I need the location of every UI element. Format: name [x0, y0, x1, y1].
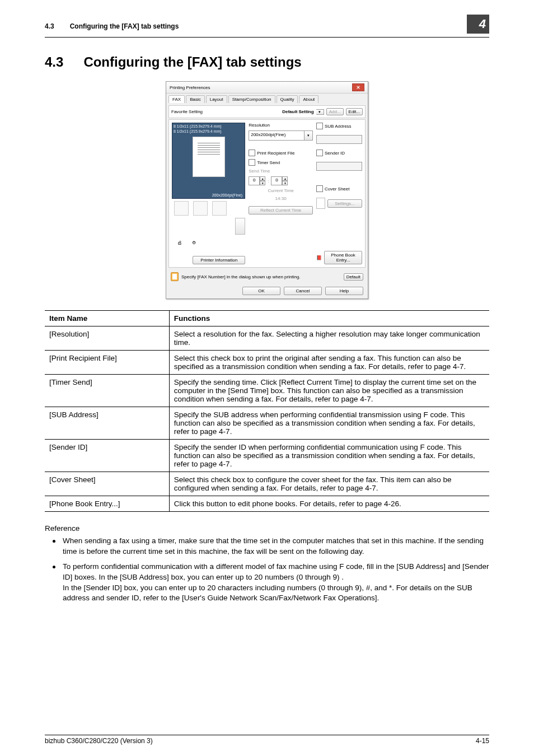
view-icon-2[interactable] [193, 201, 208, 216]
table-row: [SUB Address]Specify the SUB address whe… [45, 407, 489, 440]
close-icon[interactable] [352, 83, 364, 91]
table-row: [Timer Send]Specify the sending time. Cl… [45, 375, 489, 407]
view-icon-1[interactable] [174, 201, 189, 216]
printer-icon: 🖨 [177, 240, 188, 250]
print-recipient-checkbox[interactable]: Print Recipient File [249, 150, 313, 156]
paper-icon [193, 137, 225, 177]
dialog-note-text: Specify [FAX Number] in the dialog shown… [181, 274, 341, 279]
help-button[interactable]: Help [325, 287, 363, 295]
table-row: [Phone Book Entry...]Click this button t… [45, 496, 489, 512]
phone-book-entry-button[interactable]: Phone Book Entry... [324, 251, 362, 264]
preview-mode: 200x200dpi(Fine) [212, 193, 242, 197]
tab-fax[interactable]: FAX [168, 95, 185, 103]
table-row: [Cover Sheet]Select this check box to co… [45, 472, 489, 496]
tab-quality[interactable]: Quality [277, 95, 298, 103]
tab-about[interactable]: About [299, 95, 318, 103]
edit-button[interactable]: Edit... [346, 108, 363, 115]
current-time-value: 14:30 [249, 196, 313, 201]
note-icon [171, 272, 179, 281]
resolution-label: Resolution [249, 123, 313, 128]
resolution-value: 200x200dpi(Fine) [249, 130, 305, 141]
book-icon: 📕 [316, 255, 322, 260]
section-title: Configuring the [FAX] tab settings [83, 54, 301, 70]
reference-section: Reference When sending a fax using a tim… [45, 524, 489, 604]
page-header: 4.3 Configuring the [FAX] tab settings 4 [45, 17, 489, 38]
tab-strip: FAX Basic Layout Stamp/Composition Quali… [166, 94, 368, 103]
default-setting-label: Default Setting [282, 109, 313, 114]
send-time-label: Send Time [249, 169, 313, 174]
item-name: [Resolution] [45, 326, 169, 351]
send-time-hh[interactable]: 0 ▲▼ [249, 176, 265, 185]
header-section-number: 4.3 [45, 22, 54, 30]
cover-sheet-checkbox[interactable]: Cover Sheet [316, 185, 362, 192]
ok-button[interactable]: OK [242, 287, 280, 295]
item-function: Select this check box to configure the c… [169, 472, 489, 496]
item-name: [Sender ID] [45, 440, 169, 472]
current-time-label: Current Time [249, 188, 313, 193]
sub-address-checkbox[interactable]: SUB Address [316, 123, 362, 129]
functions-table: Item Name Functions [Resolution]Select a… [45, 310, 489, 512]
cancel-button[interactable]: Cancel [284, 287, 322, 295]
gear-icon: ⚙ [192, 240, 202, 250]
default-button[interactable]: Default [344, 273, 363, 281]
cover-sheet-label: Cover Sheet [325, 186, 349, 192]
printer-information-button[interactable]: Printer Information [193, 256, 245, 264]
sender-id-checkbox[interactable]: Sender ID [316, 150, 362, 156]
view-icon-3[interactable] [212, 201, 227, 216]
item-name: [Phone Book Entry...] [45, 496, 169, 512]
cover-sheet-settings-button[interactable]: Settings... [327, 199, 362, 208]
item-name: [Print Recipient File] [45, 351, 169, 375]
print-recipient-label: Print Recipient File [257, 151, 294, 156]
up-icon[interactable]: ▲ [282, 176, 288, 181]
tab-layout[interactable]: Layout [206, 95, 227, 103]
timer-send-checkbox[interactable]: Timer Send [249, 159, 313, 166]
printing-preferences-dialog: Printing Preferences FAX Basic Layout St… [166, 81, 368, 299]
page-preview: 8 1/2x11 (215.9x279.4 mm) 8 1/2x11 (215.… [172, 123, 245, 199]
reference-title: Reference [45, 524, 489, 533]
reference-item: When sending a fax using a timer, make s… [45, 536, 489, 557]
send-time-mm-value: 0 [271, 176, 282, 185]
sender-id-field[interactable] [316, 162, 362, 171]
cover-sheet-icon [316, 198, 325, 209]
favorite-setting-label: Favorite Setting [171, 109, 203, 114]
up-icon[interactable]: ▲ [260, 176, 265, 181]
sub-address-field[interactable] [316, 135, 362, 144]
chevron-down-icon[interactable]: ▾ [305, 130, 313, 141]
table-row: [Sender ID]Specify the sender ID when pe… [45, 440, 489, 472]
tab-basic[interactable]: Basic [186, 95, 205, 103]
table-row: [Print Recipient File]Select this check … [45, 351, 489, 375]
reflect-current-time-button[interactable]: Reflect Current Time [249, 206, 313, 214]
tab-stamp[interactable]: Stamp/Composition [228, 95, 275, 103]
item-name: [Cover Sheet] [45, 472, 169, 496]
item-name: [SUB Address] [45, 407, 169, 440]
sub-address-label: SUB Address [325, 124, 352, 129]
table-header-item: Item Name [45, 311, 169, 326]
item-function: Specify the sending time. Click [Reflect… [169, 375, 489, 407]
chapter-badge: 4 [467, 15, 489, 34]
resolution-dropdown[interactable]: 200x200dpi(Fine) ▾ [249, 130, 313, 141]
item-name: [Timer Send] [45, 375, 169, 407]
send-time-hh-value: 0 [249, 176, 260, 185]
table-header-functions: Functions [169, 311, 489, 326]
footer-page-number: 4-15 [476, 737, 489, 745]
favorite-dropdown[interactable]: ▾ [316, 109, 324, 115]
table-row: [Resolution]Select a resolution for the … [45, 326, 489, 351]
item-function: Click this button to edit phone books. F… [169, 496, 489, 512]
item-function: Select a resolution for the fax. Selecti… [169, 326, 489, 351]
item-function: Select this check box to print the origi… [169, 351, 489, 375]
add-button[interactable]: Add... [326, 108, 344, 115]
item-function: Specify the SUB address when performing … [169, 407, 489, 440]
scroll-handle[interactable] [235, 218, 245, 235]
send-time-mm[interactable]: 0 ▲▼ [271, 176, 288, 185]
down-icon[interactable]: ▼ [260, 181, 265, 185]
section-number: 4.3 [45, 54, 63, 70]
preview-size-2: 8 1/2x11 (215.9x279.4 mm) [174, 129, 243, 133]
timer-send-label: Timer Send [257, 160, 280, 165]
item-function: Specify the sender ID when performing co… [169, 440, 489, 472]
sender-id-label: Sender ID [325, 151, 345, 156]
preview-size-1: 8 1/2x11 (215.9x279.4 mm) [174, 124, 243, 128]
reference-item: To perform confidential communication wi… [45, 562, 489, 604]
footer-product: bizhub C360/C280/C220 (Version 3) [45, 737, 153, 745]
header-section-title: Configuring the [FAX] tab settings [70, 22, 179, 30]
down-icon[interactable]: ▼ [282, 181, 288, 185]
